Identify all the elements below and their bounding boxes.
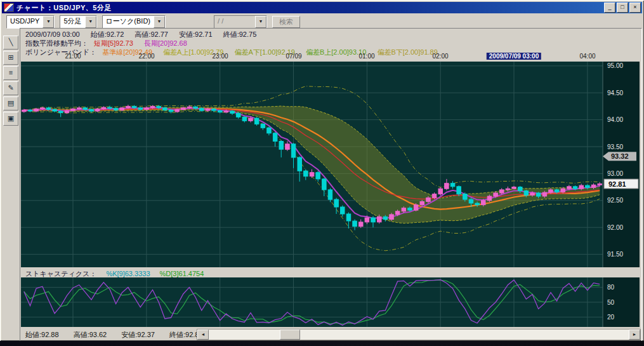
svg-text:93.32: 93.32 [611,152,629,160]
search-button[interactable]: 検索 [272,16,300,28]
day-low-value: 安値:92.37 [121,331,155,338]
title-bar[interactable]: チャート：USD/JPY、5分足 _ □ × [2,2,642,13]
ema-label: 指数平滑移動平均： [25,39,88,47]
indicator-list-button[interactable]: ≡ [3,66,18,80]
print-button[interactable]: ▤ [3,96,18,110]
minimize-button[interactable]: _ [604,3,615,13]
window-title: チャート：USD/JPY、5分足 [16,3,112,13]
stochastic-label: ストキャスティクス： [25,270,96,277]
selected-time-label: 2009/07/09 03:00 [487,53,541,60]
low-value: 安値:92.71 [179,30,213,38]
day-open-value: 始値:92.88 [25,331,59,338]
chevron-down-icon[interactable]: ▼ [154,16,165,28]
svg-text:94.50: 94.50 [607,90,623,96]
stochastic-d-value: %D[3]61.4754 [160,270,204,277]
open-value: 始値:92.72 [91,30,124,38]
chevron-down-icon[interactable]: ▼ [43,16,54,28]
svg-text:92.50: 92.50 [607,197,623,204]
chart-window: チャート：USD/JPY、5分足 _ □ × USD/JPY ▼ 5分足 ▼ ロ… [0,0,644,341]
ema-short-value: 短期[5]92.73 [94,39,133,47]
svg-text:93.50: 93.50 [607,143,623,150]
chart-scrollbar[interactable]: ◄ ► [197,329,641,340]
chart-type-value: ローソク(BID) [103,16,154,28]
interval-select-value: 5分足 [60,16,84,28]
trendline-tool-button[interactable]: ╲ [3,36,18,50]
ema-long-value: 長期[20]92.68 [144,39,187,47]
toolbar: USD/JPY ▼ 5分足 ▼ ローソク(BID) ▼ / / ▼ 検索 [3,14,641,29]
high-value: 高値:92.77 [135,30,168,38]
svg-text:93.00: 93.00 [607,170,623,177]
stochastic-chart[interactable]: 805020 [21,277,640,327]
time-axis: 21:0022:0023:0007/0901:0002:002009/07/09… [21,53,640,61]
close-button[interactable]: × [629,3,641,13]
selected-datetime: 2009/07/09 03:00 [25,30,80,38]
svg-text:92.81: 92.81 [608,180,626,188]
svg-text:20: 20 [607,314,615,321]
close-value: 終値:92.75 [223,30,257,38]
svg-text:80: 80 [607,284,615,291]
scroll-right-button[interactable]: ► [629,329,640,340]
date-field[interactable]: / / ▼ [214,15,267,29]
time-axis-label: 02:00 [432,53,448,60]
date-field-value: / / [214,16,255,28]
ohlc-info-row: 2009/07/09 03:00 始値:92.72 高値:92.77 安値:92… [25,30,265,38]
daily-summary-row: 始値:92.88 高値:93.62 安値:92.37 終値:92.81 [25,330,216,340]
stochastic-info-row: ストキャスティクス： %K[9]63.3333 %D[3]61.4754 [25,269,211,277]
time-axis-label: 04:00 [579,53,595,60]
pair-select[interactable]: USD/JPY ▼ [6,15,55,29]
chart-grid-button[interactable]: ⊞ [3,51,18,65]
background-strip [0,341,644,346]
svg-text:92.00: 92.00 [607,224,623,231]
scrollbar-thumb[interactable] [280,329,300,340]
app-icon [4,3,14,12]
time-axis-label: 01:00 [358,53,374,60]
time-axis-label: 21:00 [65,53,81,60]
day-high-value: 高値:93.62 [74,331,107,338]
interval-select[interactable]: 5分足 ▼ [60,15,96,29]
svg-text:95.00: 95.00 [607,62,623,69]
main-price-chart[interactable]: 95.0094.5094.0093.5093.0092.5092.0091.50… [21,62,640,267]
tool-column: ╲ ⊞ ≡ ✎ ▤ ▣ [3,36,18,126]
time-axis-label: 22:00 [138,53,154,60]
time-axis-label: 23:00 [212,53,228,60]
pair-select-value: USD/JPY [7,16,43,28]
draw-tool-button[interactable]: ✎ [3,81,18,95]
chevron-down-icon[interactable]: ▼ [255,16,266,28]
svg-text:91.50: 91.50 [607,251,623,258]
chart-type-select[interactable]: ローソク(BID) ▼ [102,15,166,29]
ema-info-row: 指数平滑移動平均： 短期[5]92.73 長期[20]92.68 [25,39,196,47]
svg-text:50: 50 [607,299,615,306]
maximize-button[interactable]: □ [617,3,628,13]
time-axis-label: 07/09 [286,53,301,60]
chevron-down-icon[interactable]: ▼ [85,16,96,28]
svg-text:94.00: 94.00 [607,116,623,123]
stochastic-k-value: %K[9]63.3333 [106,270,150,277]
layout-button[interactable]: ▣ [3,112,18,126]
scroll-left-button[interactable]: ◄ [197,329,209,340]
